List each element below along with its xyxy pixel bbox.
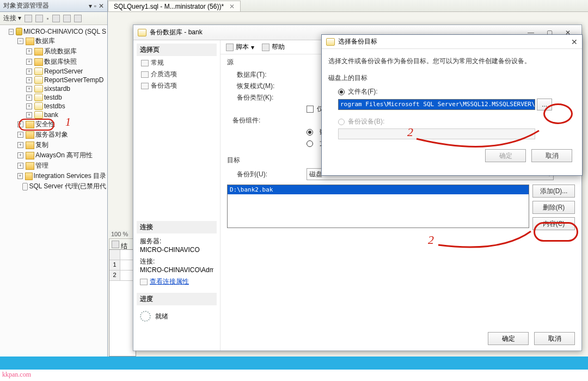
agent-node[interactable]: SQL Server 代理(已禁用代 (29, 182, 106, 191)
help-icon (262, 44, 270, 51)
tab-strip: SQLQuery1.sql - M...ministrator (56))* ✕ (108, 0, 588, 12)
folder-icon (34, 48, 43, 56)
object-explorer-toolbar: 连接 ▾ ▪ (0, 12, 107, 25)
db-bank-node[interactable]: bank (44, 111, 58, 119)
close-icon[interactable]: ✕ (229, 3, 235, 10)
conn-value: MICRO-CHINAVICO\Administrat (140, 266, 213, 274)
filename-input[interactable]: rogram Files\Microsoft SQL Server\MSSQL1… (338, 99, 535, 110)
folder-icon (34, 58, 43, 66)
connect-dropdown[interactable]: 连接 ▾ (3, 14, 21, 23)
status-bar (0, 357, 588, 370)
tab-sqlquery[interactable]: SQLQuery1.sql - M...ministrator (56))* ✕ (108, 1, 241, 11)
toolbar-icon[interactable] (74, 15, 82, 22)
filename-radio[interactable] (338, 89, 345, 95)
management-node[interactable]: 管理 (35, 161, 48, 170)
copyonly-checkbox[interactable] (307, 106, 314, 113)
snapshot-node[interactable]: 数据库快照 (44, 57, 77, 66)
object-tree[interactable]: −MICRO-CHINAVICO (SQL S −数据库 +系统数据库 +数据库… (0, 25, 107, 194)
conn-label: 连接: (140, 257, 213, 266)
expander-icon[interactable]: − (17, 38, 23, 44)
filter-icon[interactable] (52, 15, 60, 22)
dest-cancel-button[interactable]: 取消 (531, 149, 572, 162)
tab-label: SQLQuery1.sql - M...ministrator (56))* (114, 3, 224, 10)
object-explorer-titlebar: 对象资源管理器 ▾ ▫ ✕ (0, 0, 107, 12)
view-connection-link[interactable]: 查看连接属性 (150, 277, 189, 286)
expander-icon[interactable]: − (9, 29, 14, 35)
select-destination-dialog: 选择备份目标 ✕ 选择文件或备份设备作为备份目标。您可以为常用文件创建备份设备。… (321, 34, 583, 176)
security-node[interactable]: 安全性 (35, 120, 55, 129)
browse-button[interactable]: ... (537, 99, 552, 110)
sysdb-node[interactable]: 系统数据库 (44, 47, 77, 56)
server-node[interactable]: MICRO-CHINAVICO (SQL S (23, 28, 106, 35)
db-node[interactable]: sixstardb (44, 85, 70, 93)
dest-titlebar[interactable]: 选择备份目标 ✕ (322, 35, 582, 49)
recovery-label: 恢复模式(M): (227, 82, 303, 91)
expander-icon[interactable]: + (26, 103, 32, 109)
toolbar-icon[interactable] (35, 15, 43, 22)
expander-icon[interactable]: + (26, 112, 32, 118)
expander-icon[interactable]: + (17, 132, 23, 138)
progress-icon (140, 311, 151, 322)
expander-icon[interactable]: + (26, 48, 32, 54)
dialog-title: 备份数据库 - bank (150, 28, 203, 37)
expander-icon[interactable]: + (26, 69, 32, 75)
add-button[interactable]: 添加(D)... (532, 185, 575, 198)
dest-ok-button: 确定 (485, 149, 526, 162)
refresh-icon[interactable] (63, 15, 71, 22)
db-node[interactable]: ReportServer (44, 67, 83, 75)
component-fg-radio[interactable] (307, 140, 313, 147)
close-icon[interactable]: ✕ (99, 2, 104, 10)
expander-icon[interactable]: + (17, 163, 23, 169)
folder-icon (26, 131, 34, 139)
component-db-radio[interactable] (307, 129, 313, 136)
toolbar-icon[interactable] (24, 15, 32, 22)
database-icon (34, 111, 43, 119)
page-media[interactable]: 介质选项 (137, 69, 217, 80)
grid-icon (112, 241, 119, 248)
pin-icon[interactable]: ▾ ▫ (89, 2, 96, 10)
db-node[interactable]: testdb (44, 94, 62, 101)
database-icon (326, 38, 335, 46)
expander-icon[interactable]: + (17, 121, 23, 127)
db-node[interactable]: ReportServerTempD (44, 76, 103, 84)
db-node[interactable]: testdbs (44, 102, 65, 110)
dest-description: 选择文件或备份设备作为备份目标。您可以为常用文件创建备份设备。 (328, 57, 575, 66)
close-button[interactable]: ✕ (571, 38, 578, 46)
remove-button[interactable]: 删除(R) (532, 201, 575, 214)
ok-button[interactable]: 确定 (488, 332, 529, 345)
integration-node[interactable]: Integration Services 目录 (34, 171, 106, 181)
server-value: MICRO-CHINAVICO (140, 246, 213, 254)
watermark: kkpan.com (2, 371, 31, 379)
page-backupopt[interactable]: 备份选项 (137, 80, 217, 91)
database-icon (34, 67, 43, 75)
expander-icon[interactable]: + (26, 77, 32, 83)
help-button[interactable]: 帮助 (262, 42, 285, 52)
object-explorer-title: 对象资源管理器 (3, 1, 49, 10)
expander-icon[interactable]: + (26, 86, 32, 92)
type-label: 备份类型(K): (227, 93, 303, 102)
filename-label: 文件名(F): (348, 87, 378, 96)
expander-icon[interactable]: + (26, 95, 32, 101)
database-icon (34, 94, 43, 101)
dialog-buttons: 确定 取消 (488, 332, 575, 345)
expander-icon[interactable]: + (17, 142, 23, 148)
replication-node[interactable]: 复制 (35, 140, 48, 150)
results-grid[interactable]: 1 2 (109, 249, 136, 357)
agent-icon (22, 183, 28, 190)
page-general[interactable]: 常规 (137, 57, 217, 69)
file-list-item[interactable]: D:\bank2.bak (228, 185, 529, 194)
annotation-number: 2 (428, 233, 434, 247)
expander-icon[interactable]: + (26, 59, 32, 65)
dest-title: 选择备份目标 (338, 37, 377, 46)
alwayson-node[interactable]: AlwaysOn 高可用性 (35, 151, 93, 160)
device-combo (338, 128, 535, 139)
expander-icon[interactable]: + (17, 173, 23, 179)
script-dropdown[interactable]: 脚本▾ (226, 42, 254, 52)
databases-node[interactable]: 数据库 (35, 36, 55, 46)
database-icon (34, 85, 43, 93)
backup-file-list[interactable]: D:\bank2.bak (227, 185, 529, 228)
content-button[interactable]: 内容(C) (532, 217, 575, 230)
serverobj-node[interactable]: 服务器对象 (35, 130, 68, 139)
expander-icon[interactable]: + (17, 152, 23, 158)
cancel-button[interactable]: 取消 (534, 332, 575, 345)
